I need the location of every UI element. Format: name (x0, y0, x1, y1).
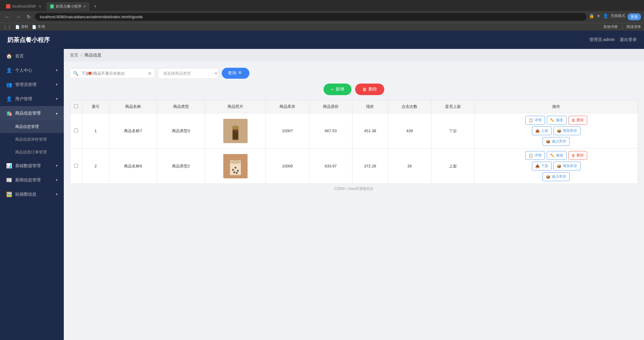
table-header-stock: 商品库存 (266, 100, 309, 113)
goods-submenu: 商品信息管理 商品信息评价管理 商品信息订单管理 (0, 120, 64, 159)
svg-point-11 (237, 170, 239, 172)
new-tab-button[interactable]: + (91, 2, 100, 11)
table-header-type: 商品类型 (157, 100, 205, 113)
detail-button-1[interactable]: 📋 详情 (525, 116, 545, 125)
tab-app[interactable]: V 奶茶点餐小程序 ✕ (46, 2, 90, 11)
table-header-status: 是否上架 (431, 100, 475, 113)
admin-icon: 👥 (6, 82, 12, 88)
table-header-current-price: 现价 (352, 100, 388, 113)
batch-delete-button[interactable]: 🗑 删除 (355, 84, 384, 95)
search-cursor (88, 72, 91, 75)
tab-close-1[interactable]: ✕ (39, 5, 41, 9)
tab-title-2: 奶茶点餐小程序 (56, 4, 81, 9)
table-header-original-price: 商品原价 (309, 100, 352, 113)
bookmark-icon-1: 📄 (15, 25, 20, 29)
breadcrumb-current: 商品信息 (84, 53, 101, 58)
address-bar[interactable] (35, 13, 587, 21)
edit-button-2[interactable]: ✏️ 修改 (547, 151, 567, 160)
row-index-1: 1 (82, 113, 109, 149)
bookmark-changyong[interactable]: 📄 常用 (32, 24, 45, 29)
sidebar-item-banner-mgmt[interactable]: 🖼️ 轮插图信息 ▾ (0, 187, 64, 201)
table-header-checkbox (70, 100, 82, 113)
select-all-checkbox[interactable] (74, 104, 78, 108)
logout-button[interactable]: 退出登录 (620, 37, 637, 43)
table-header-clicks: 点击次数 (388, 100, 431, 113)
table-header-index: 索引 (82, 100, 109, 113)
sidebar-item-news-mgmt[interactable]: 📰 新闻信息管理 ▾ (0, 173, 64, 187)
incognito-label: 无痕模式 (611, 13, 625, 20)
main-content: 首页 / 商品信息 🔍 ⊗ 请选择商品类型 (64, 49, 644, 340)
row-name-1: 商品名称7 (109, 113, 157, 149)
add-button[interactable]: + 新增 (324, 84, 351, 95)
category-select[interactable]: 请选择商品类型 (158, 68, 219, 79)
star-icon[interactable]: ★ (597, 13, 601, 20)
sidebar-item-admin-mgmt[interactable]: 👥 管理员管理 ▾ (0, 77, 64, 92)
sidebar-item-goods-mgmt[interactable]: 🛍️ 商品信息管理 ▴ (0, 106, 64, 120)
search-clear-icon[interactable]: ⊗ (148, 71, 152, 76)
query-button[interactable]: 查询 🔍 (222, 68, 249, 79)
edit-button-1[interactable]: ✏️ 修改 (547, 116, 567, 125)
breadcrumb: 首页 / 商品信息 (64, 49, 644, 62)
reduce-stock-button-2[interactable]: 📦 减少库存 (543, 172, 570, 181)
tab-title-1: localhost:8099 (12, 4, 36, 9)
tab-localhost[interactable]: localhost:8099 ✕ (2, 2, 45, 10)
lock-icon: 🔒 (589, 13, 594, 20)
sidebar-sub-goods-info[interactable]: 商品信息管理 (0, 120, 64, 133)
row-checkbox-1[interactable] (74, 129, 78, 132)
row-current-price-1: 451.38 (352, 113, 388, 149)
table-header-name: 商品名称 (109, 100, 157, 113)
row-photo-2 (205, 149, 265, 184)
sidebar-item-profile[interactable]: 👤 个人中心 ▾ (0, 63, 64, 77)
sidebar-sub-goods-review[interactable]: 商品信息评价管理 (0, 133, 64, 146)
bookmark-ziliao[interactable]: 📄 资料 (15, 24, 28, 29)
search-icon: 🔍 (73, 71, 78, 76)
sidebar-sub-goods-order[interactable]: 商品信息订单管理 (0, 146, 64, 159)
arrow-icon-user: ▾ (56, 97, 58, 101)
shelf-icon-1: 📤 (535, 129, 540, 133)
arrow-icon-news: ▾ (56, 178, 58, 182)
tab-favicon-2: V (50, 4, 54, 9)
sidebar: 🏠 首页 👤 个人中心 ▾ 👥 管理员管理 ▾ 👤 用户管理 ▾ 🛍️ 商品信息… (0, 49, 64, 340)
shelf-button-1[interactable]: 📤 上架 (532, 126, 552, 135)
goods-table: 索引 商品名称 商品类型 商品照片 商品库存 商品原价 现价 点击次数 是否上架… (70, 100, 638, 184)
sidebar-item-user-mgmt[interactable]: 👤 用户管理 ▾ (0, 92, 64, 106)
row-original-price-1: 667.53 (309, 113, 352, 149)
row-type-2: 商品类型2 (157, 149, 205, 184)
stock-add-icon-1: 📦 (557, 129, 561, 133)
update-button[interactable]: 更新 (628, 13, 641, 20)
basic-data-icon: 📊 (6, 163, 12, 169)
svg-point-10 (235, 167, 236, 169)
forward-button[interactable]: → (14, 13, 22, 21)
refresh-button[interactable]: ↻ (25, 13, 33, 21)
svg-point-8 (230, 160, 241, 164)
svg-point-9 (232, 169, 234, 171)
sidebar-item-home[interactable]: 🏠 首页 (0, 49, 64, 63)
profile-icon[interactable]: 👤 (603, 13, 608, 20)
delete-button-1[interactable]: 🗑 删除 (568, 116, 587, 125)
reduce-stock-button-1[interactable]: 📦 减少库存 (543, 137, 570, 146)
row-name-2: 商品名称6 (109, 149, 157, 184)
back-button[interactable]: ← (3, 13, 12, 21)
table-row: 1 商品名称7 商品类型3 (70, 113, 638, 149)
detail-icon-1: 📋 (529, 118, 533, 122)
add-stock-button-1[interactable]: 📦 增加库存 (553, 126, 581, 135)
row-index-2: 2 (82, 149, 109, 184)
search-bar: 🔍 ⊗ 请选择商品类型 查询 🔍 (70, 68, 638, 79)
row-current-price-2: 372.28 (352, 149, 388, 184)
delete-button-2[interactable]: 🗑 删除 (568, 151, 587, 160)
bookmark-reading[interactable]: 阅读清单 (626, 24, 641, 29)
row-checkbox-2[interactable] (74, 164, 78, 168)
row-status-2: 上架 (431, 149, 475, 184)
row-type-1: 商品类型3 (157, 113, 205, 149)
detail-button-2[interactable]: 📋 详情 (525, 151, 545, 160)
add-stock-button-2[interactable]: 📦 增加库存 (553, 162, 581, 170)
user-icon: 👤 (6, 96, 12, 102)
bookmark-other[interactable]: 其他书签 (603, 24, 618, 29)
app-header: 奶茶点餐小程序 管理员 admin 退出登录 (0, 31, 644, 49)
sidebar-item-basic-data[interactable]: 📊 基础数据管理 ▾ (0, 159, 64, 173)
row-actions-2: 📋 详情 ✏️ 修改 🗑 (474, 149, 638, 184)
shelf-button-2[interactable]: 📥 下架 (532, 162, 552, 170)
breadcrumb-home[interactable]: 首页 (70, 53, 78, 58)
goods-icon: 🛍️ (6, 110, 12, 116)
tab-close-2[interactable]: ✕ (83, 5, 86, 9)
